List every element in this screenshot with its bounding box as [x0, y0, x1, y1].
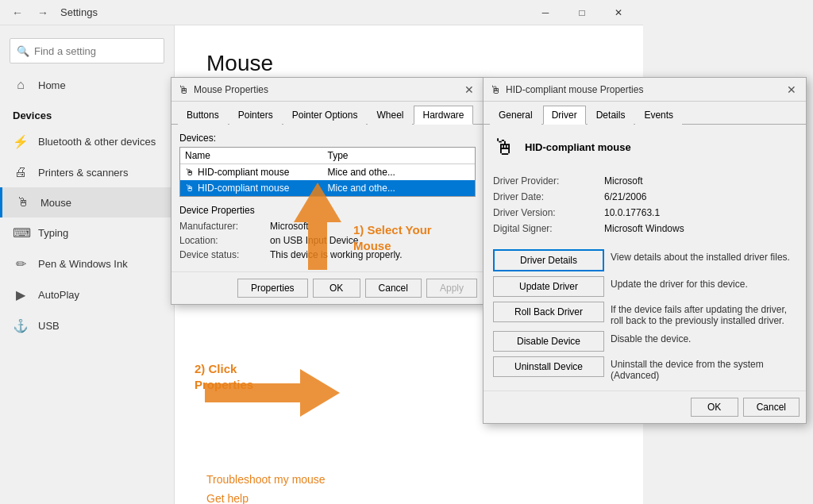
- hid-prop-label: Driver Provider:: [493, 175, 604, 187]
- autoplay-icon: ▶: [13, 287, 29, 302]
- hid-cancel-button[interactable]: Cancel: [743, 398, 800, 417]
- hid-dialog-title: HID-compliant mouse Properties: [506, 84, 643, 95]
- sidebar-item-bluetooth[interactable]: ⚡ Bluetooth & other devices: [0, 126, 174, 157]
- minimize-button[interactable]: ─: [527, 0, 564, 25]
- driver-details-desc: View details about the installed driver …: [611, 249, 796, 263]
- tab-hardware[interactable]: Hardware: [414, 106, 472, 125]
- hid-ok-button[interactable]: OK: [691, 398, 738, 417]
- hid-dialog-title-bar: 🖱 HID-compliant mouse Properties ✕: [484, 78, 806, 102]
- disable-device-desc: Disable the device.: [611, 331, 796, 344]
- roll-back-desc: If the device fails after updating the d…: [611, 302, 796, 326]
- sidebar-item-typing[interactable]: ⌨ Typing: [0, 217, 174, 248]
- sidebar-item-autoplay[interactable]: ▶ AutoPlay: [0, 279, 174, 310]
- sidebar-item-label: Printers & scanners: [38, 167, 128, 179]
- mouse-dialog-title: Mouse Properties: [194, 84, 268, 95]
- hid-device-icon: 🖱: [493, 134, 515, 160]
- forward-button[interactable]: →: [32, 2, 54, 24]
- mouse-dialog-title-bar: 🖱 Mouse Properties ✕: [171, 78, 484, 102]
- hid-button-row: Disable Device Disable the device.: [493, 331, 796, 352]
- sidebar-item-home[interactable]: ⌂ Home: [0, 70, 174, 100]
- hid-buttons: Driver Details View details about the in…: [493, 249, 796, 381]
- hid-dialog-close[interactable]: ✕: [784, 82, 800, 98]
- uninstall-device-button[interactable]: Uninstall Device: [493, 356, 604, 377]
- sidebar-item-pen[interactable]: ✏ Pen & Windows Ink: [0, 248, 174, 279]
- tab-pointers[interactable]: Pointers: [229, 106, 282, 125]
- hid-properties-dialog: 🖱 HID-compliant mouse Properties ✕ Gener…: [483, 77, 807, 424]
- table-row[interactable]: 🖱 HID-compliant mouse Mice and othe...: [180, 164, 475, 180]
- tab-events[interactable]: Events: [635, 106, 682, 125]
- hid-prop-row: Driver Version: 10.0.17763.1: [493, 205, 796, 221]
- bluetooth-icon: ⚡: [13, 134, 29, 149]
- prop-value: Microsoft: [270, 221, 309, 232]
- prop-value: This device is working properly.: [270, 249, 403, 260]
- device-name-1: HID-compliant mouse: [198, 167, 289, 178]
- hid-dialog-icon: 🖱: [490, 83, 501, 96]
- hid-button-row: Driver Details View details about the in…: [493, 249, 796, 271]
- mouse-dialog-close[interactable]: ✕: [461, 82, 477, 98]
- properties-button[interactable]: Properties: [237, 279, 308, 298]
- col-type: Type: [328, 150, 471, 161]
- sidebar-item-printers[interactable]: 🖨 Printers & scanners: [0, 157, 174, 187]
- col-name: Name: [185, 150, 328, 161]
- prop-value: on USB Input Device: [270, 235, 358, 246]
- devices-label: Devices:: [179, 133, 476, 144]
- tab-general[interactable]: General: [490, 106, 541, 125]
- sidebar-item-label: USB: [38, 320, 60, 332]
- hid-prop-value: 10.0.17763.1: [604, 207, 796, 218]
- prop-row: Manufacturer: Microsoft: [179, 221, 476, 232]
- sidebar: 🔍 ⌂ Home Devices ⚡ Bluetooth & other dev…: [0, 25, 175, 504]
- mouse-icon: 🖱: [15, 195, 31, 210]
- tab-pointer-options[interactable]: Pointer Options: [283, 106, 367, 125]
- device-name-2: HID-compliant mouse: [198, 183, 289, 194]
- ok-button[interactable]: OK: [313, 279, 360, 298]
- page-title: Mouse: [206, 51, 611, 76]
- search-box[interactable]: 🔍: [10, 38, 164, 63]
- mouse-dialog-footer: Properties OK Cancel Apply: [171, 271, 484, 304]
- hid-prop-row: Digital Signer: Microsoft Windows: [493, 221, 796, 237]
- prop-label: Location:: [179, 235, 267, 246]
- uninstall-device-desc: Uninstall the device from the system (Ad…: [611, 356, 796, 381]
- hid-button-row: Update Driver Update the driver for this…: [493, 276, 796, 297]
- roll-back-button[interactable]: Roll Back Driver: [493, 302, 604, 322]
- close-button[interactable]: ✕: [600, 0, 637, 25]
- hid-prop-label: Driver Date:: [493, 191, 604, 202]
- hid-prop-row: Driver Provider: Microsoft: [493, 173, 796, 189]
- sidebar-item-usb[interactable]: ⚓ USB: [0, 310, 174, 341]
- sidebar-item-label: Mouse: [40, 197, 71, 209]
- mouse-dialog-icon: 🖱: [178, 83, 189, 96]
- hid-props-table: Driver Provider: Microsoft Driver Date: …: [493, 173, 796, 237]
- hid-prop-value: Microsoft: [604, 175, 796, 187]
- get-help-link[interactable]: Get help: [206, 492, 611, 504]
- table-row[interactable]: 🖱 HID-compliant mouse Mice and othe...: [180, 180, 475, 196]
- tab-wheel[interactable]: Wheel: [368, 106, 412, 125]
- hid-button-row: Roll Back Driver If the device fails aft…: [493, 302, 796, 326]
- apply-button[interactable]: Apply: [426, 279, 477, 298]
- sidebar-item-label: Pen & Windows Ink: [38, 258, 128, 270]
- hid-dialog-footer: OK Cancel: [484, 391, 806, 423]
- hid-device-header: 🖱 HID-compliant mouse: [493, 134, 796, 160]
- maximize-button[interactable]: □: [564, 0, 600, 25]
- search-input[interactable]: [34, 45, 168, 57]
- sidebar-item-mouse[interactable]: 🖱 Mouse: [0, 187, 174, 217]
- title-bar: ← → Settings ─ □ ✕: [0, 0, 643, 25]
- hid-prop-label: Driver Version:: [493, 207, 604, 218]
- prop-label: Manufacturer:: [179, 221, 267, 232]
- driver-details-button[interactable]: Driver Details: [493, 249, 604, 271]
- mouse-dialog-body: Devices: Name Type 🖱 HID-compliant mouse…: [171, 125, 484, 271]
- hid-prop-value: 6/21/2006: [604, 191, 796, 202]
- cancel-button[interactable]: Cancel: [365, 279, 422, 298]
- usb-icon: ⚓: [13, 318, 29, 333]
- prop-row: Location: on USB Input Device: [179, 235, 476, 246]
- hid-prop-label: Digital Signer:: [493, 223, 604, 234]
- disable-device-button[interactable]: Disable Device: [493, 331, 604, 352]
- tab-details[interactable]: Details: [588, 106, 634, 125]
- device-properties-section: Device Properties Manufacturer: Microsof…: [179, 205, 476, 260]
- sidebar-section-header: Devices: [0, 100, 174, 126]
- sidebar-item-label: AutoPlay: [38, 289, 79, 301]
- update-driver-button[interactable]: Update Driver: [493, 276, 604, 297]
- troubleshoot-link[interactable]: Troubleshoot my mouse: [206, 473, 611, 486]
- tab-buttons[interactable]: Buttons: [178, 106, 228, 125]
- tab-driver[interactable]: Driver: [543, 106, 586, 125]
- back-button[interactable]: ←: [6, 2, 29, 24]
- sidebar-item-label: Typing: [38, 227, 68, 239]
